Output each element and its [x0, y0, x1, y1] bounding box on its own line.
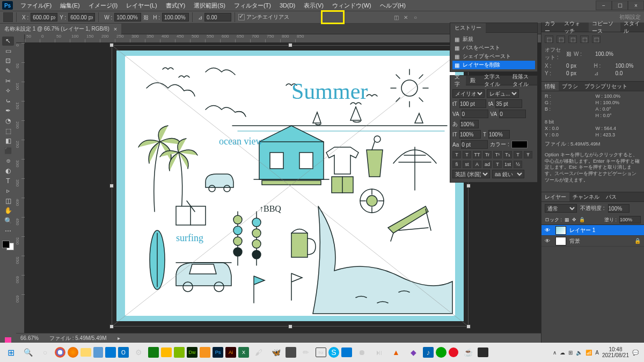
app-icon[interactable]: ☕ [460, 345, 475, 360]
tab-swatch[interactable]: スウォッチ [561, 23, 589, 32]
tab-close-icon[interactable]: × [114, 26, 117, 32]
tab-info[interactable]: 情報 [541, 82, 559, 91]
app-icon[interactable] [449, 347, 458, 357]
zoom-tool[interactable]: 🔍 [2, 216, 14, 226]
tab-charstyle[interactable]: 文字スタイル [480, 76, 509, 85]
lang-select[interactable]: 英語 (米国) [452, 170, 490, 178]
strike-icon[interactable]: Ŧ [524, 151, 532, 158]
vlc-icon[interactable]: ▲ [389, 345, 404, 360]
quick-mask-icon[interactable] [5, 337, 11, 343]
x-field[interactable] [31, 13, 57, 21]
ai-icon[interactable]: Ai [225, 347, 236, 358]
fill-field[interactable] [619, 216, 641, 223]
fontstyle-select[interactable]: レギュ... [487, 89, 519, 98]
y-field[interactable] [68, 13, 95, 21]
wand-tool[interactable]: ✎ [2, 67, 14, 76]
opacity-field[interactable] [608, 204, 630, 213]
menu-window[interactable]: ウィンドウ(W) [328, 2, 376, 10]
va-field[interactable] [462, 110, 488, 118]
crop-tool[interactable]: ✂ [2, 76, 14, 85]
anchor-icon[interactable] [3, 12, 13, 22]
app-icon[interactable] [174, 347, 185, 358]
cortana-icon[interactable]: ○ [38, 345, 53, 360]
handle-tl[interactable] [109, 43, 114, 47]
size-field[interactable] [459, 99, 486, 108]
lasso-tool[interactable]: ⊡ [2, 56, 14, 66]
handle-bl[interactable] [109, 324, 114, 329]
w-field[interactable] [114, 13, 141, 21]
pen-tool[interactable]: ◐ [2, 166, 14, 176]
move-tool[interactable]: ↖ [2, 37, 14, 46]
handle-br[interactable] [466, 324, 471, 329]
angle-field[interactable] [204, 13, 231, 21]
super-icon[interactable]: T¹ [493, 151, 502, 158]
eraser-tool[interactable]: ⬚ [2, 126, 14, 135]
ps-icon[interactable]: Ps [213, 347, 223, 358]
app-icon[interactable] [478, 347, 488, 357]
lock-pixels-icon[interactable]: ▦ [565, 217, 569, 222]
tab-channels[interactable]: チャンネル [569, 192, 603, 201]
more-tools[interactable]: ⋯ [2, 226, 14, 235]
color-swatch[interactable] [2, 241, 14, 250]
eyedropper-tool[interactable]: ✧ [2, 86, 14, 96]
allcaps-icon[interactable]: TT [473, 151, 481, 158]
h-field[interactable] [162, 13, 189, 21]
visibility-icon[interactable]: 👁 [545, 227, 552, 233]
gradient-tool[interactable]: ◧ [2, 136, 14, 146]
menu-select[interactable]: 選択範囲(S) [189, 2, 230, 10]
tab-style[interactable]: スタイル [620, 23, 644, 32]
stamp-tool[interactable]: ◔ [2, 117, 14, 126]
app-icon[interactable] [286, 347, 296, 358]
scalev2-field[interactable] [488, 130, 510, 139]
outlook-icon[interactable]: O [118, 347, 129, 358]
tab-character[interactable]: 文字 [450, 76, 466, 85]
smallcaps-icon[interactable]: Tr [483, 151, 492, 158]
app-icon[interactable] [200, 347, 210, 358]
warp-icon[interactable]: ◫ [392, 13, 400, 21]
app-icon[interactable] [93, 347, 103, 358]
tab-brushpreset[interactable]: ブラシプリセット [581, 82, 631, 91]
menu-image[interactable]: イメージ(I) [84, 2, 122, 10]
tab-copysource[interactable]: コピーソース [589, 23, 621, 32]
app-icon[interactable]: ◆ [406, 345, 421, 360]
commit-transform-button[interactable]: ○ [412, 13, 419, 21]
app-icon[interactable]: ⏯ [371, 345, 386, 360]
clone-src-4[interactable]: ⬚ [580, 35, 589, 43]
history-item[interactable]: ▦新規 [452, 35, 535, 44]
lock-all-icon[interactable]: 🔒 [579, 217, 585, 222]
app-icon[interactable]: frz [316, 347, 326, 357]
app-icon[interactable]: ♪ [423, 347, 434, 358]
menu-edit[interactable]: 編集(E) [56, 2, 84, 10]
notifications-icon[interactable]: 💬 [632, 350, 639, 356]
color-box[interactable] [511, 141, 528, 148]
menu-view[interactable]: 表示(V) [299, 2, 328, 10]
tab-color[interactable]: カラー [541, 23, 561, 32]
italic-icon[interactable]: T [463, 151, 471, 158]
chrome-icon[interactable] [55, 347, 65, 358]
handle-tm[interactable] [288, 43, 292, 47]
excel-icon[interactable]: X [238, 347, 249, 358]
explorer-icon[interactable] [80, 348, 91, 357]
firefox-icon[interactable] [68, 347, 78, 358]
app-icon[interactable] [148, 347, 159, 358]
clone-src-1[interactable]: ⬚ [545, 35, 553, 43]
menu-file[interactable]: ファイル(F) [16, 2, 56, 10]
tray-vol-icon[interactable]: 🔈 [576, 350, 582, 356]
tray-lang-icon[interactable]: A [595, 350, 599, 356]
minimize-button[interactable]: − [596, 1, 612, 10]
link-icon[interactable]: ⛓ [143, 15, 149, 20]
hand-tool[interactable]: ✋ [2, 206, 14, 215]
history-item[interactable]: ▦レイヤーを削除 [452, 61, 535, 69]
antialias-checkbox[interactable] [238, 14, 245, 20]
font-select[interactable]: メイリオ [452, 89, 485, 98]
cancel-transform-button[interactable]: ✕ [402, 13, 409, 21]
lead-field[interactable] [495, 99, 522, 108]
tray-up-icon[interactable]: ∧ [553, 350, 557, 356]
menu-3d[interactable]: 3D(D) [275, 2, 299, 9]
menu-layer[interactable]: レイヤー(L) [122, 2, 161, 10]
scaleh-field[interactable] [460, 120, 479, 128]
app-icon[interactable]: 🦋 [268, 345, 283, 360]
clone-src-3[interactable]: ⬚ [568, 35, 577, 43]
tray-cloud-icon[interactable]: ☁ [560, 350, 565, 356]
underline-icon[interactable]: T [514, 151, 522, 158]
